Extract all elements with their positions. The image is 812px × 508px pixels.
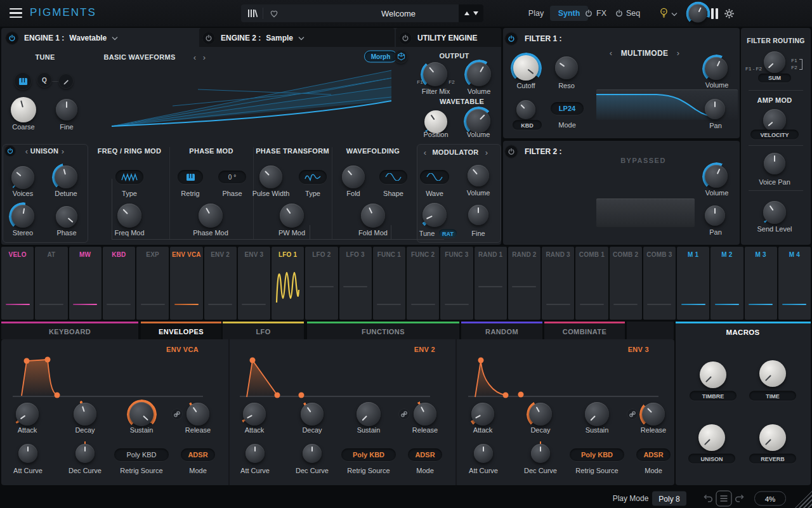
coarse-knob[interactable]	[11, 97, 36, 122]
nav-fx[interactable]: FX	[596, 9, 606, 18]
history-button[interactable]	[716, 491, 732, 507]
env3-att-curve-knob[interactable]	[474, 444, 493, 463]
voice-pan-knob[interactable]	[764, 153, 785, 174]
macro-time-knob[interactable]	[759, 360, 786, 387]
env2-dec-curve-knob[interactable]	[303, 444, 322, 463]
mod-slot-func1[interactable]: FUNC 1	[373, 247, 405, 320]
nav-seq[interactable]: Seq	[626, 9, 640, 18]
filter1-mode-next-icon[interactable]: ›	[677, 48, 679, 58]
mod-slot-kbd[interactable]: KBD	[103, 247, 135, 320]
phase-value-field[interactable]: 0 °	[218, 171, 246, 183]
filter1-volume-knob[interactable]	[705, 57, 728, 80]
mod-slot-mw[interactable]: MW	[69, 247, 102, 320]
filter-routing-knob[interactable]	[764, 51, 785, 73]
env-vca-retrig-source-button[interactable]: Poly KBD	[114, 448, 169, 461]
master-volume-knob[interactable]	[689, 4, 707, 23]
mod-slot-m1[interactable]: M 1	[677, 247, 709, 320]
macro-reverb-knob[interactable]	[759, 424, 786, 451]
tab-lfo[interactable]: LFO	[223, 322, 304, 339]
mod-slot-comb1[interactable]: COMB 1	[575, 247, 608, 320]
phase-transform-type-button[interactable]	[299, 170, 327, 184]
filter1-pan-knob[interactable]	[705, 99, 725, 119]
utility-engine-power-button[interactable]	[399, 32, 412, 45]
env3-decay-knob[interactable]	[529, 403, 552, 426]
env-vca-mode-button[interactable]: ADSR	[181, 448, 215, 461]
macro-timbre-knob[interactable]	[700, 361, 726, 388]
env-vca-attack-knob[interactable]	[16, 403, 39, 426]
fold-knob[interactable]	[342, 166, 365, 188]
preset-next-icon[interactable]	[473, 11, 478, 15]
mod-slot-lfo2[interactable]: LFO 2	[305, 247, 337, 320]
env3-sustain-knob[interactable]	[585, 402, 609, 426]
env3-graph[interactable]	[468, 352, 660, 412]
pulse-width-knob[interactable]	[259, 166, 282, 188]
freq-mod-type-button[interactable]	[115, 170, 143, 184]
voices-knob[interactable]	[11, 166, 34, 189]
mod-slot-m4[interactable]: M 4	[778, 247, 811, 320]
modulator-wave-button[interactable]	[420, 170, 449, 184]
chevron-down-icon[interactable]	[671, 12, 678, 16]
filter2-power-button[interactable]	[505, 145, 518, 159]
poly-mode-button[interactable]: Poly 8	[652, 492, 686, 506]
tab-random[interactable]: RANDOM	[461, 322, 542, 339]
env2-retrig-source-button[interactable]: Poly KBD	[341, 448, 396, 461]
mod-slot-rand1[interactable]: RAND 1	[475, 247, 507, 320]
mod-slot-lfo3[interactable]: LFO 3	[339, 247, 372, 320]
mod-slot-at[interactable]: AT	[35, 247, 67, 320]
modulator-volume-knob[interactable]	[468, 165, 489, 186]
fold-mod-knob[interactable]	[361, 204, 385, 228]
mod-slot-env3[interactable]: ENV 3	[238, 247, 270, 320]
fine-knob[interactable]	[56, 99, 77, 120]
mod-slot-comb2[interactable]: COMB 2	[610, 247, 642, 320]
quantize-button[interactable]: Q	[37, 72, 52, 88]
env3-retrig-source-button[interactable]: Poly KBD	[570, 448, 624, 461]
tab-functions[interactable]: FUNCTIONS	[307, 322, 459, 339]
engine2-header[interactable]: ENGINE 2 :Sample	[221, 34, 304, 42]
wavetable-display[interactable]	[103, 62, 391, 136]
detune-knob[interactable]	[55, 166, 77, 188]
modulator-next-icon[interactable]: ›	[485, 148, 488, 157]
filter2-pan-knob[interactable]	[705, 205, 725, 226]
tab-combinate[interactable]: COMBINATE	[544, 322, 625, 339]
mod-slot-rand2[interactable]: RAND 2	[508, 247, 540, 320]
undo-button[interactable]	[704, 494, 714, 503]
env-vca-sustain-knob[interactable]	[129, 402, 154, 426]
env2-mode-button[interactable]: ADSR	[408, 448, 442, 461]
amp-mod-knob[interactable]	[763, 109, 786, 132]
mod-slot-velo[interactable]: VELO	[1, 247, 34, 320]
env2-sustain-knob[interactable]	[357, 402, 381, 426]
preset-browser-bar[interactable]: Welcome	[241, 4, 483, 22]
env3-release-knob[interactable]	[642, 403, 665, 426]
nav-synth[interactable]: Synth	[550, 6, 588, 21]
macro-reverb-label[interactable]: REVERB	[749, 454, 796, 464]
mod-slot-comb3[interactable]: COMB 3	[643, 247, 676, 320]
edit-tune-button[interactable]	[58, 74, 74, 89]
waveform-prev-icon[interactable]: ‹	[193, 53, 196, 62]
modulator-prev-icon[interactable]: ‹	[424, 148, 426, 157]
like-heart-icon[interactable]	[269, 9, 279, 18]
env2-graph[interactable]	[240, 352, 431, 412]
filter1-header[interactable]: FILTER 1 :	[525, 34, 561, 43]
env2-attack-knob[interactable]	[243, 403, 266, 426]
env3-dec-curve-knob[interactable]	[531, 444, 550, 463]
position-knob[interactable]	[424, 110, 447, 133]
env3-mode-button[interactable]: ADSR	[636, 448, 671, 461]
filter2-volume-knob[interactable]	[705, 165, 728, 188]
engine2-power-button[interactable]	[202, 32, 216, 45]
send-level-knob[interactable]	[763, 201, 786, 224]
keyboard-track-button[interactable]	[14, 72, 32, 90]
cutoff-knob[interactable]	[513, 55, 539, 81]
settings-gear-icon[interactable]	[724, 8, 735, 19]
output-volume-knob[interactable]	[467, 62, 491, 86]
env2-decay-knob[interactable]	[301, 403, 324, 426]
tab-envelopes[interactable]: ENVELOPES	[141, 322, 221, 339]
engine1-header[interactable]: ENGINE 1 :Wavetable	[24, 34, 118, 42]
tune-mode-badge[interactable]: RAT	[439, 230, 457, 238]
resize-handle[interactable]	[795, 491, 812, 508]
sustain-release-link-icon[interactable]	[398, 408, 410, 420]
stereo-knob[interactable]	[11, 205, 34, 228]
amp-mod-source-button[interactable]: VELOCITY	[750, 130, 799, 140]
env2-att-curve-knob[interactable]	[246, 444, 265, 463]
macro-timbre-label[interactable]: TIMBRE	[690, 391, 737, 401]
engine1-power-button[interactable]	[6, 32, 19, 45]
